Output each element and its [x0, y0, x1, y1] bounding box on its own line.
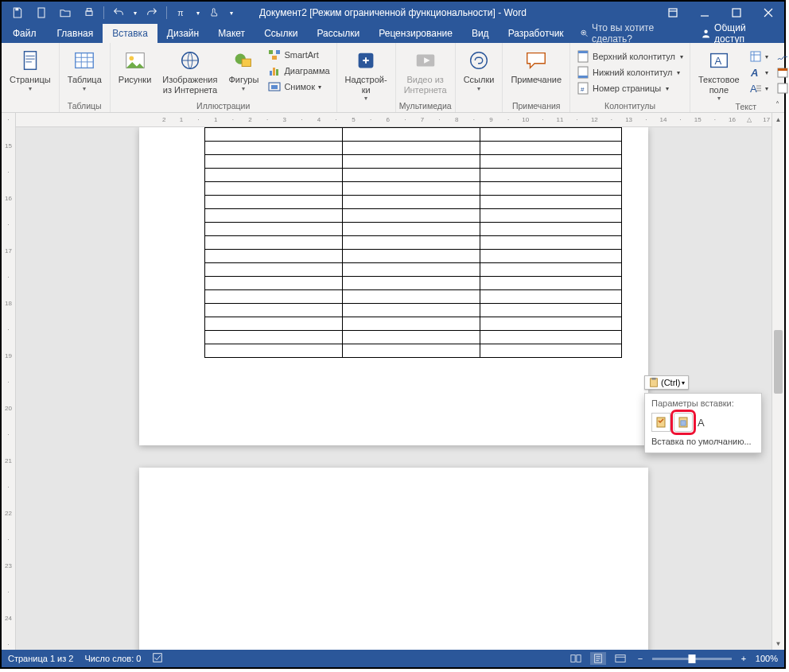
share-button[interactable]: Общий доступ — [691, 24, 784, 43]
page-number-icon: # — [577, 82, 589, 95]
vertical-ruler: ·15·16·17·18·19·20·21·22·23·24·25·26·27· — [2, 113, 16, 650]
redo-icon[interactable] — [141, 2, 163, 23]
chart-button[interactable]: Диаграмма — [265, 64, 332, 78]
tab-references[interactable]: Ссылки — [255, 24, 307, 43]
zoom-in-button[interactable]: + — [738, 654, 749, 663]
undo-icon[interactable] — [107, 2, 130, 23]
online-picture-icon — [177, 48, 203, 73]
svg-rect-52 — [616, 655, 625, 662]
view-read-mode[interactable] — [568, 652, 584, 665]
group-comments: Примечания — [506, 101, 566, 112]
tab-insert[interactable]: Вставка — [103, 24, 157, 43]
vertical-scrollbar[interactable]: ▲ ▼ — [772, 113, 784, 650]
pages-button[interactable]: Страницы▾ — [5, 45, 56, 92]
status-bar: Страница 1 из 2 Число слов: 0 − + 100% — [2, 650, 784, 667]
group-headerfooter: Колонтитулы — [573, 101, 686, 112]
view-web-layout[interactable] — [612, 652, 628, 665]
page-number-button[interactable]: #Номер страницы▾ — [573, 81, 686, 95]
date-time-button[interactable] — [773, 65, 789, 80]
shapes-button[interactable]: Фигуры▾ — [223, 45, 263, 92]
paste-set-default[interactable]: Вставка по умолчанию... — [651, 437, 755, 446]
zoom-out-button[interactable]: − — [635, 654, 646, 663]
svg-rect-11 — [76, 53, 94, 68]
status-word-count[interactable]: Число слов: 0 — [84, 654, 141, 663]
svg-rect-5 — [669, 9, 677, 17]
quick-parts-icon — [749, 50, 762, 63]
paste-keep-source-formatting[interactable] — [651, 413, 670, 432]
tab-view[interactable]: Вид — [462, 24, 499, 43]
tab-review[interactable]: Рецензирование — [369, 24, 462, 43]
datetime-icon — [776, 66, 789, 79]
page-1[interactable] — [139, 127, 648, 445]
paste-merge-formatting[interactable] — [674, 413, 693, 432]
view-print-layout[interactable] — [590, 652, 606, 665]
links-button[interactable]: Ссылки▾ — [459, 45, 499, 92]
collapse-ribbon-icon[interactable]: ˄ — [775, 100, 779, 109]
svg-rect-20 — [270, 71, 272, 76]
object-button[interactable]: ▾ — [773, 81, 789, 95]
zoom-slider[interactable] — [652, 658, 732, 660]
group-text: Текст — [694, 102, 789, 113]
screenshot-icon — [268, 80, 281, 93]
close-button[interactable] — [752, 2, 784, 24]
paste-options-tag[interactable]: (Ctrl)▾ — [644, 375, 689, 390]
tab-home[interactable]: Главная — [48, 24, 103, 43]
scroll-up-icon[interactable]: ▲ — [772, 113, 784, 126]
zoom-slider-knob[interactable] — [688, 655, 695, 663]
status-proofing-icon[interactable] — [152, 652, 163, 665]
undo-dropdown[interactable]: ▾ — [131, 10, 139, 17]
dropcap-icon: A — [749, 82, 762, 95]
new-doc-icon[interactable] — [30, 2, 52, 23]
scroll-down-icon[interactable]: ▼ — [772, 637, 784, 650]
paste-options-popup: Параметры вставки: A Вставка по умолчани… — [644, 393, 762, 453]
minimize-button[interactable] — [689, 2, 721, 24]
quick-print-icon[interactable] — [78, 2, 100, 23]
comment-button[interactable]: Примечание — [506, 45, 566, 85]
tab-mailings[interactable]: Рассылки — [307, 24, 369, 43]
group-illustrations: Иллюстрации — [114, 101, 333, 112]
paste-text-only[interactable]: A — [696, 417, 706, 429]
group-media: Мультимедиа — [399, 101, 452, 112]
tab-layout[interactable]: Макет — [208, 24, 255, 43]
tab-design[interactable]: Дизайн — [157, 24, 208, 43]
document-table[interactable] — [204, 127, 622, 358]
open-icon[interactable] — [54, 2, 76, 23]
smartart-button[interactable]: SmartArt — [265, 48, 332, 62]
save-icon[interactable] — [6, 2, 29, 23]
svg-rect-49 — [571, 655, 575, 662]
wordart-button[interactable]: A▾ — [746, 65, 772, 80]
table-button[interactable]: Таблица▾ — [63, 45, 107, 92]
header-button[interactable]: Верхний колонтитул▾ — [573, 49, 686, 64]
svg-rect-16 — [243, 59, 251, 66]
touch-mode-icon[interactable] — [204, 2, 226, 23]
page-2[interactable] — [139, 468, 648, 650]
online-pictures-button[interactable]: Изображения из Интернета — [157, 45, 222, 95]
tell-me-search[interactable]: Что вы хотите сделать? — [580, 24, 691, 43]
signature-line-button[interactable]: ▾ — [773, 49, 789, 64]
textbox-button[interactable]: A Текстовое поле▾ — [694, 45, 744, 102]
footer-button[interactable]: Нижний колонтитул▾ — [573, 65, 686, 80]
textbox-icon: A — [706, 48, 732, 73]
quick-parts-button[interactable]: ▾ — [746, 49, 772, 64]
drop-cap-button[interactable]: A▾ — [746, 81, 772, 95]
svg-rect-18 — [276, 50, 280, 54]
svg-rect-40 — [778, 68, 787, 71]
svg-point-13 — [129, 56, 134, 60]
addins-icon — [353, 48, 379, 73]
equation-dropdown[interactable]: ▾ — [194, 10, 202, 17]
scroll-thumb[interactable] — [774, 330, 783, 394]
tab-file[interactable]: Файл — [2, 24, 48, 43]
zoom-level[interactable]: 100% — [756, 654, 778, 663]
status-page[interactable]: Страница 1 из 2 — [8, 654, 73, 663]
qat-customize-dropdown[interactable]: ▾ — [227, 10, 235, 17]
pictures-button[interactable]: Рисунки — [114, 45, 157, 85]
equation-icon[interactable]: π — [170, 2, 192, 23]
addins-button[interactable]: Надстрой- ки▾ — [340, 45, 392, 102]
svg-rect-2 — [86, 11, 92, 15]
ribbon-display-options-icon[interactable] — [657, 2, 689, 24]
tab-developer[interactable]: Разработчик — [499, 24, 573, 43]
header-icon — [577, 50, 589, 63]
screenshot-button[interactable]: Снимок▾ — [265, 80, 332, 94]
maximize-button[interactable] — [721, 2, 752, 24]
online-video-button[interactable]: Видео из Интернета — [399, 45, 452, 95]
